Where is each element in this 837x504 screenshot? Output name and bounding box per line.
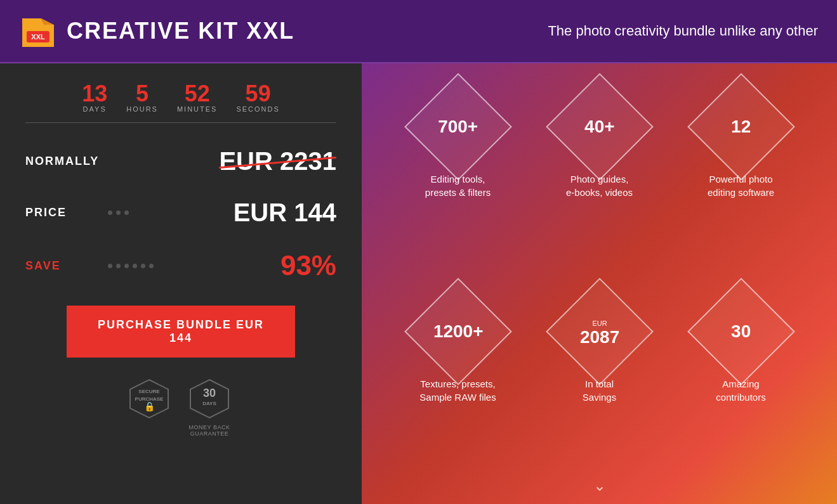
pricing-panel: 13 DAYS 5 HOURS 52 MINUTES 59 SECONDS NO… (0, 63, 362, 504)
normally-label: NORMALLY (25, 155, 102, 168)
dot-2 (116, 210, 121, 215)
feature-value-5: 2087 (579, 328, 619, 346)
days-value: 13 (82, 82, 107, 105)
countdown-minutes: 52 MINUTES (177, 82, 218, 113)
features-panel: 700+ Editing tools,presets & filters 40+… (362, 63, 837, 504)
countdown-seconds: 59 SECONDS (236, 82, 279, 113)
feature-item-6: 30 Amazingcontributors (676, 294, 805, 479)
dot-1 (108, 210, 112, 215)
money-back-badge-icon: 30 DAYS (187, 377, 232, 421)
diamond-3: 12 (687, 73, 795, 181)
feature-value-3: 12 (731, 118, 751, 136)
dot-4 (108, 264, 112, 268)
feature-item-3: 12 Powerful photoediting software (676, 89, 805, 275)
main-content: 13 DAYS 5 HOURS 52 MINUTES 59 SECONDS NO… (0, 63, 837, 504)
countdown-hours: 5 HOURS (126, 82, 158, 113)
countdown-days: 13 DAYS (82, 82, 107, 113)
minutes-label: MINUTES (177, 105, 218, 113)
normally-row: NORMALLY EUR 2231 (25, 147, 336, 176)
purchase-button[interactable]: PURCHASE BUNDLE EUR 144 (67, 306, 295, 358)
save-label: SAVE (25, 259, 102, 273)
scroll-indicator[interactable]: ⌄ (593, 477, 606, 494)
diamond-5: EUR 2087 (546, 278, 654, 385)
features-grid: 700+ Editing tools,presets & filters 40+… (393, 89, 805, 479)
hours-label: HOURS (126, 105, 158, 113)
diamond-inner-1: 700+ (438, 118, 478, 136)
feature-value-1: 700+ (438, 118, 478, 136)
diamond-inner-6: 30 (731, 323, 751, 340)
feature-item-2: 40+ Photo guides,e-books, videos (535, 89, 664, 275)
dot-8 (141, 264, 145, 268)
feature-prefix-5: EUR (592, 319, 607, 326)
dot-6 (124, 264, 129, 268)
minutes-value: 52 (177, 82, 218, 105)
seconds-value: 59 (236, 82, 279, 105)
money-back-text: MONEY BACK GUARANTEE (184, 424, 235, 437)
save-value: 93% (280, 250, 336, 281)
svg-text:SECURE: SECURE (138, 389, 160, 394)
secure-badge: SECURE PURCHASE 🔒 (127, 377, 171, 437)
price-value: EUR 144 (234, 198, 336, 227)
diamond-inner-4: 1200+ (433, 322, 483, 340)
price-dots (108, 210, 129, 215)
header-tagline: The photo creativity bundle unlike any o… (548, 23, 818, 39)
svg-text:XXL: XXL (31, 33, 45, 41)
feature-value-6: 30 (731, 323, 751, 340)
svg-text:30: 30 (203, 387, 216, 399)
logo-icon: XXL (19, 12, 57, 50)
diamond-2: 40+ (546, 73, 654, 181)
logo-area: XXL CREATIVE KIT XXL (19, 12, 294, 50)
diamond-4: 1200+ (404, 278, 512, 385)
feature-item-5: EUR 2087 In totalSavings (535, 294, 664, 479)
dot-9 (149, 264, 154, 268)
diamond-1: 700+ (404, 73, 512, 181)
feature-value-2: 40+ (584, 118, 615, 136)
dot-5 (116, 264, 121, 268)
dot-3 (124, 210, 129, 215)
money-back-badge: 30 DAYS MONEY BACK GUARANTEE (184, 377, 235, 437)
svg-text:DAYS: DAYS (202, 401, 216, 406)
price-label: PRICE (25, 206, 102, 219)
save-row: SAVE 93% (25, 250, 336, 281)
countdown: 13 DAYS 5 HOURS 52 MINUTES 59 SECONDS (25, 82, 336, 123)
feature-value-4: 1200+ (433, 322, 483, 340)
trust-badges: SECURE PURCHASE 🔒 30 DAYS MONEY BACK GUA… (127, 377, 235, 437)
dot-7 (133, 264, 137, 268)
diamond-inner-3: 12 (731, 118, 751, 136)
diamond-6: 30 (687, 278, 795, 385)
feature-item-1: 700+ Editing tools,presets & filters (393, 89, 522, 275)
hours-value: 5 (126, 82, 158, 105)
save-dots (108, 264, 154, 268)
seconds-label: SECONDS (236, 105, 279, 113)
price-row: PRICE EUR 144 (25, 198, 336, 227)
secure-badge-icon: SECURE PURCHASE 🔒 (127, 377, 171, 421)
normally-value: EUR 2231 (219, 147, 336, 176)
header-title: CREATIVE KIT XXL (67, 18, 294, 44)
diamond-inner-5: EUR 2087 (579, 316, 619, 346)
feature-item-4: 1200+ Textures, presets,Sample RAW files (393, 294, 522, 479)
svg-text:🔒: 🔒 (144, 401, 155, 412)
diamond-inner-2: 40+ (584, 118, 615, 136)
header: XXL CREATIVE KIT XXL The photo creativit… (0, 0, 837, 63)
days-label: DAYS (82, 105, 107, 113)
